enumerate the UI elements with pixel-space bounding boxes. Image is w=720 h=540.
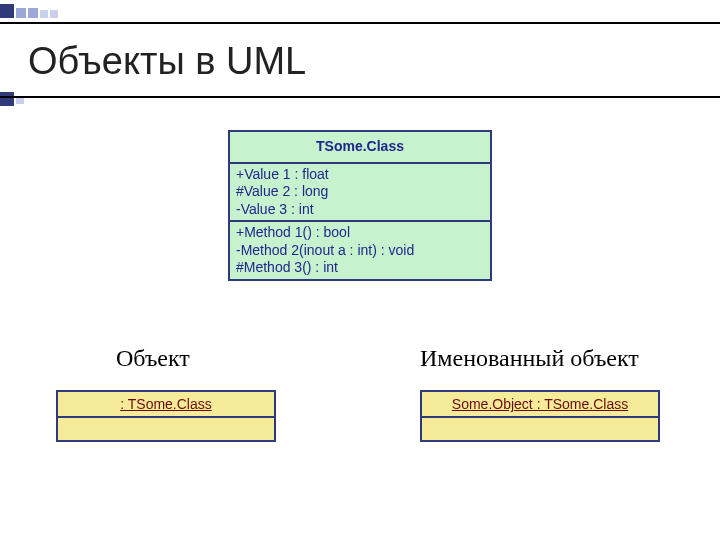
uml-class-attributes: +Value 1 : float #Value 2 : long -Value … [230, 164, 490, 223]
uml-object-header: Some.Object : TSome.Class [422, 392, 658, 418]
slide-decoration-title [0, 92, 24, 106]
object-anon-label: Объект [116, 345, 190, 372]
uml-class-methods: +Method 1() : bool -Method 2(inout a : i… [230, 222, 490, 279]
uml-object-body [58, 418, 274, 440]
slide-title: Объекты в UML [28, 40, 306, 83]
uml-class-box: TSome.Class +Value 1 : float #Value 2 : … [228, 130, 492, 281]
title-rule [0, 96, 720, 98]
uml-attribute: #Value 2 : long [236, 183, 484, 201]
uml-object-header: : TSome.Class [58, 392, 274, 418]
uml-method: #Method 3() : int [236, 259, 484, 277]
uml-attribute: +Value 1 : float [236, 166, 484, 184]
uml-object-anonymous: : TSome.Class [56, 390, 276, 442]
uml-class-name: TSome.Class [230, 132, 490, 164]
slide-decoration-top [0, 0, 60, 22]
uml-object-body [422, 418, 658, 440]
uml-method: -Method 2(inout a : int) : void [236, 242, 484, 260]
uml-attribute: -Value 3 : int [236, 201, 484, 219]
uml-object-named: Some.Object : TSome.Class [420, 390, 660, 442]
uml-method: +Method 1() : bool [236, 224, 484, 242]
object-named-label: Именованный объект [420, 345, 639, 372]
top-rule [0, 22, 720, 24]
